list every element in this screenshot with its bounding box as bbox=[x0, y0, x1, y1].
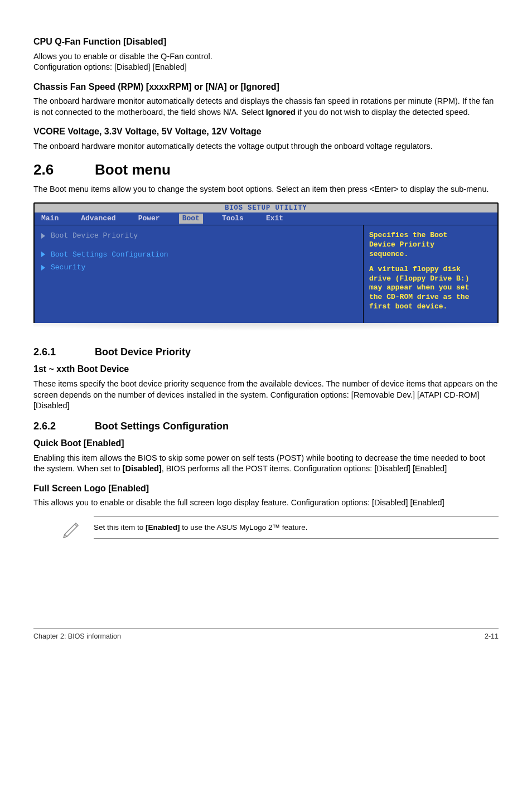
bios-help-line: the CD-ROM drive as the bbox=[369, 293, 493, 302]
subsection-title: Boot Settings Configuration bbox=[95, 421, 229, 432]
bios-item-label: Security bbox=[51, 263, 85, 273]
text: if you do not wish to display the detect… bbox=[296, 108, 470, 117]
note-text: Set this item to [Enabled] to use the AS… bbox=[94, 516, 499, 539]
subsection-title: Boot Device Priority bbox=[95, 346, 191, 357]
text: Allows you to enable or disable the Q-Fa… bbox=[33, 52, 212, 61]
footer-chapter: Chapter 2: BIOS information bbox=[33, 632, 121, 641]
heading-full-screen-logo: Full Screen Logo [Enabled] bbox=[33, 482, 499, 495]
triangle-icon bbox=[41, 233, 45, 239]
bios-help-line: sequence. bbox=[369, 250, 493, 259]
bios-tab-power: Power bbox=[135, 214, 163, 224]
bios-help-line: first boot device. bbox=[369, 302, 493, 312]
subsection-number: 2.6.2 bbox=[33, 419, 95, 433]
bios-tab-exit: Exit bbox=[263, 214, 287, 224]
bios-item-security: Security bbox=[41, 263, 356, 273]
section-2-6: 2.6Boot menu bbox=[33, 160, 499, 180]
bios-help-line: Specifies the Boot bbox=[369, 231, 493, 240]
bios-item-label: Boot Device Priority bbox=[51, 231, 138, 241]
bios-tab-main: Main bbox=[38, 214, 62, 224]
bios-menu-bar: Main Advanced Power Boot Tools Exit bbox=[35, 212, 497, 225]
bios-item-boot-device-priority: Boot Device Priority bbox=[41, 231, 356, 241]
subsection-2-6-2: 2.6.2Boot Settings Configuration bbox=[33, 419, 499, 433]
bios-help-pane: Specifies the Boot Device Priority seque… bbox=[364, 225, 497, 323]
heading-vcore: VCORE Voltage, 3.3V Voltage, 5V Voltage,… bbox=[33, 125, 499, 138]
text-cpu-qfan: Allows you to enable or disable the Q-Fa… bbox=[33, 51, 499, 73]
bios-tab-tools: Tools bbox=[219, 214, 247, 224]
section-title: Boot menu bbox=[95, 161, 171, 178]
bios-help-line: drive (Floppy Drive B:) bbox=[369, 274, 493, 284]
bios-title-bar: BIOS SETUP UTILITY bbox=[35, 204, 497, 212]
pencil-icon bbox=[60, 516, 83, 539]
text-bold: [Enabled] bbox=[146, 523, 180, 532]
subsection-number: 2.6.1 bbox=[33, 345, 95, 359]
bios-left-pane: Boot Device Priority Boot Settings Confi… bbox=[35, 225, 364, 323]
heading-chassis-fan: Chassis Fan Speed (RPM) [xxxxRPM] or [N/… bbox=[33, 81, 499, 93]
bios-tab-boot: Boot bbox=[179, 214, 203, 224]
text-boot-menu: The Boot menu items allow you to change … bbox=[33, 184, 499, 195]
text-1st-boot-device: These items specify the boot device prio… bbox=[33, 379, 499, 412]
bios-help-line: Device Priority bbox=[369, 240, 493, 250]
triangle-icon bbox=[41, 252, 45, 257]
text-chassis-fan: The onboard hardware monitor automatical… bbox=[33, 96, 499, 118]
heading-cpu-qfan: CPU Q-Fan Function [Disabled] bbox=[33, 36, 499, 48]
bios-tab-advanced: Advanced bbox=[78, 214, 119, 224]
bios-help-line: may appear when you set bbox=[369, 283, 493, 293]
text: , BIOS performs all the POST items. Conf… bbox=[162, 464, 447, 473]
page-footer: Chapter 2: BIOS information 2-11 bbox=[33, 628, 499, 641]
bios-screenshot: BIOS SETUP UTILITY Main Advanced Power B… bbox=[33, 202, 499, 335]
text: Configuration options: [Disabled] [Enabl… bbox=[33, 62, 187, 71]
bios-item-label: Boot Settings Configuration bbox=[51, 250, 168, 260]
triangle-icon bbox=[41, 265, 45, 270]
text-full-screen-logo: This allows you to enable or disable the… bbox=[33, 497, 499, 509]
footer-page-number: 2-11 bbox=[485, 632, 499, 641]
note-box: Set this item to [Enabled] to use the AS… bbox=[60, 516, 499, 539]
section-number: 2.6 bbox=[33, 160, 95, 180]
text-vcore: The onboard hardware monitor automatical… bbox=[33, 141, 499, 152]
bios-item-boot-settings-config: Boot Settings Configuration bbox=[41, 250, 356, 260]
text-bold: Ignored bbox=[266, 108, 296, 117]
text-quick-boot: Enabling this item allows the BIOS to sk… bbox=[33, 453, 499, 475]
subsection-2-6-1: 2.6.1Boot Device Priority bbox=[33, 345, 499, 359]
heading-1st-boot-device: 1st ~ xxth Boot Device bbox=[33, 363, 499, 375]
text-bold: [Disabled] bbox=[123, 464, 162, 473]
text: Set this item to bbox=[94, 523, 146, 532]
text: to use the ASUS MyLogo 2™ feature. bbox=[180, 523, 308, 532]
heading-quick-boot: Quick Boot [Enabled] bbox=[33, 437, 499, 450]
bios-help-line: A virtual floppy disk bbox=[369, 265, 493, 274]
